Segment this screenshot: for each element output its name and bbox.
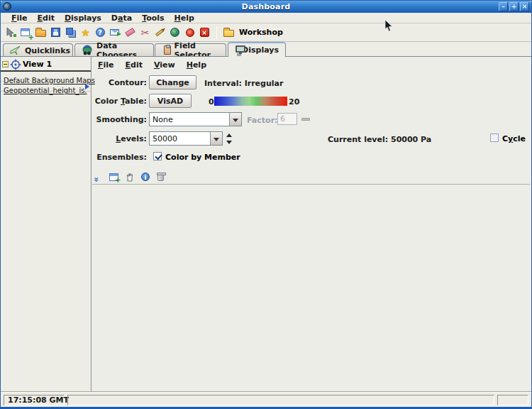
pointer-button[interactable] [4, 25, 18, 40]
tab-quicklinks[interactable]: Quicklinks [3, 43, 73, 57]
tab-displays[interactable]: Displays [228, 42, 286, 57]
titlebar[interactable]: Dashboard – + × [1, 1, 531, 13]
edit-button[interactable] [153, 25, 167, 40]
tab-field-selector[interactable]: Field Selector [155, 43, 226, 57]
record-button[interactable] [182, 25, 197, 40]
data-choosers-icon [82, 45, 93, 56]
menu-help[interactable]: Help [170, 13, 199, 23]
display-mini-toolbar: » + i [94, 170, 167, 183]
collapse-button[interactable]: » [94, 172, 104, 182]
submenu-arrow-icon [85, 84, 89, 89]
open-folder-icon [35, 27, 47, 38]
contour-row: Contour: Change Interval: Irregular [92, 75, 528, 89]
spinner-down-button[interactable] [225, 138, 233, 145]
dashboard-window: Dashboard – + × File Edit Displays Data … [0, 0, 532, 409]
color-table-preview [214, 97, 287, 106]
workshop-folder-icon [223, 27, 235, 38]
color-by-member-checkbox[interactable] [153, 152, 162, 160]
contour-label: Contour: [92, 78, 147, 87]
levels-label: Levels: [92, 134, 147, 143]
cut-button[interactable]: ✂ [138, 25, 153, 40]
status-message-area [67, 395, 494, 405]
levels-spinner [225, 132, 233, 145]
eraser-icon [125, 27, 136, 38]
factor-label: Factor: [247, 116, 277, 125]
support-request-button[interactable] [108, 25, 123, 40]
save-button[interactable] [48, 25, 63, 40]
view-label[interactable]: View 1 [23, 60, 52, 69]
display-menubar: File Edit View Help [92, 58, 212, 71]
view-crosshair-icon [10, 59, 21, 73]
new-window-button[interactable]: + [18, 25, 33, 40]
workshop-label[interactable]: Workshop [239, 28, 283, 37]
menu-file[interactable]: File [6, 13, 33, 23]
displays-icon [235, 45, 238, 56]
sidebar-item-default-background-maps[interactable]: Default Background Maps [1, 72, 91, 82]
menu-tools[interactable]: Tools [137, 13, 169, 23]
globe-icon [170, 27, 181, 38]
color-table-visad-button[interactable]: VisAD [149, 94, 192, 108]
cycle-checkbox[interactable] [490, 133, 499, 142]
levels-value: 50000 [153, 134, 177, 143]
spinner-up-button[interactable] [225, 132, 233, 138]
color-table-row: Color Table: VisAD 0 20 [92, 94, 528, 108]
view-tree-header: View 1 [1, 57, 91, 72]
open-file-button[interactable] [33, 25, 48, 40]
color-by-member-label: Color by Member [165, 153, 240, 162]
help-button[interactable]: ? [93, 25, 108, 40]
support-message-icon [110, 27, 121, 38]
favorites-button[interactable]: ★ [78, 25, 93, 40]
quicklinks-icon [10, 45, 21, 56]
field-selector-icon [162, 45, 171, 56]
status-aux-cell [497, 395, 528, 405]
smoothing-dropdown[interactable]: None [149, 112, 242, 126]
tab-data-choosers[interactable]: Data Choosers [74, 43, 154, 57]
info-button[interactable]: i [140, 172, 151, 182]
menu-data[interactable]: Data [106, 13, 137, 23]
info-icon: i [141, 173, 150, 181]
favorites-star-icon: ★ [80, 27, 92, 38]
menu-displays[interactable]: Displays [60, 13, 106, 23]
display-menu-help[interactable]: Help [181, 60, 212, 70]
factor-input: 6 [277, 113, 297, 125]
pan-button[interactable] [125, 172, 135, 182]
delete-display-button[interactable] [156, 172, 167, 182]
save-copy-button[interactable] [63, 25, 78, 40]
new-display-window-button[interactable]: + [109, 172, 120, 182]
record-icon [184, 27, 196, 38]
new-window-icon: + [21, 27, 32, 38]
tab-bar: Quicklinks Data Choosers Field Selector … [1, 42, 531, 56]
save-copy-icon [65, 27, 77, 38]
toolbar: + ★ ? ✂ × Workshop [1, 23, 531, 42]
close-button[interactable]: × [520, 2, 529, 11]
contour-change-button[interactable]: Change [149, 75, 196, 89]
globe-button[interactable] [167, 25, 182, 40]
current-level-text: Current level: 50000 Pa [328, 135, 431, 144]
cut-icon: ✂ [140, 27, 151, 38]
display-menu-file[interactable]: File [92, 60, 120, 70]
pointer-icon [6, 27, 17, 38]
display-menu-edit[interactable]: Edit [120, 60, 148, 70]
minimize-button[interactable]: – [499, 2, 508, 11]
dropdown-arrow-icon[interactable] [210, 132, 222, 145]
sidebar-item-geopotential-height[interactable]: Geopotential_height_is. [1, 82, 91, 92]
panel-divider [92, 184, 530, 185]
tab-label: Displays [242, 45, 279, 55]
dropdown-arrow-icon[interactable] [229, 113, 241, 126]
pencil-icon [155, 27, 166, 38]
menu-edit[interactable]: Edit [33, 13, 60, 23]
maximize-button[interactable]: + [509, 2, 519, 11]
exit-button[interactable]: × [197, 25, 212, 40]
tab-label: Quicklinks [25, 46, 70, 55]
help-icon: ? [95, 27, 106, 38]
tree-collapse-toggle[interactable] [2, 61, 9, 67]
display-menu-view[interactable]: View [148, 60, 181, 70]
ensembles-label: Ensembles: [92, 153, 147, 162]
collapse-icon: » [92, 177, 101, 182]
hand-icon [125, 172, 135, 182]
colorbar-min-label: 0 [209, 97, 214, 107]
erase-button[interactable] [123, 25, 138, 40]
content-area: View 1 Default Background Maps Geopotent… [1, 56, 531, 392]
workshop-button[interactable] [221, 25, 236, 40]
levels-combobox[interactable]: 50000 [149, 131, 223, 146]
